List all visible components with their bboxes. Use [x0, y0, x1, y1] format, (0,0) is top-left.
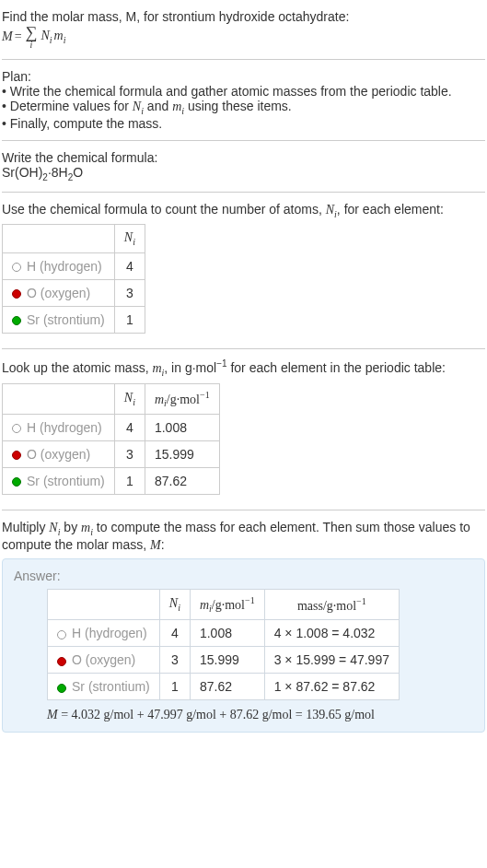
header-N-sym: N [169, 596, 178, 610]
count-cell: 1 [159, 674, 190, 700]
header-mi: mi/g·mol−1 [145, 383, 219, 414]
masses-table: Ni mi/g·mol−1 H (hydrogen) 4 1.008 O (ox… [2, 383, 220, 495]
element-dot-icon [57, 684, 66, 693]
header-m-sup: −1 [200, 390, 210, 400]
count-intro-N: Ni [326, 203, 337, 217]
empty-header [3, 383, 115, 414]
element-cell-h: H (hydrogen) [3, 415, 115, 441]
divider [2, 510, 485, 510]
count-table: Ni H (hydrogen) 4 O (oxygen) 3 Sr (stron… [2, 224, 145, 334]
element-sym: H [72, 626, 81, 640]
intro-line1: Find the molar mass, M, for strontium hy… [2, 9, 349, 24]
element-cell-sr: Sr (strontium) [3, 307, 115, 334]
compute-N: Ni [49, 521, 60, 534]
compute-intro: Multiply Ni by mi to compute the mass fo… [2, 520, 485, 553]
header-N-sym: N [124, 230, 133, 244]
formula-title: Write the chemical formula: [2, 150, 485, 165]
header-mass: mass/g·mol−1 [264, 589, 399, 619]
element-sym: Sr [27, 312, 40, 327]
element-sym: H [27, 420, 36, 435]
element-sym: Sr [72, 679, 85, 694]
divider [2, 140, 485, 141]
plan-title: Plan: [2, 69, 485, 84]
element-name: (oxygen) [37, 286, 90, 300]
mass-cell: 87.62 [145, 468, 219, 495]
eq-m-sub: i [64, 35, 66, 45]
plan-b2-m: mi [172, 100, 184, 113]
sum-symbol-wrap: ∑ i [26, 24, 38, 50]
calc-cell: 4 × 1.008 = 4.032 [264, 620, 399, 647]
header-m-unit: /g·mol [167, 392, 200, 405]
element-cell-sr: Sr (strontium) [3, 468, 115, 495]
count-section: Use the chemical formula to count the nu… [2, 196, 485, 346]
final-equation: M = 4.032 g/mol + 47.997 g/mol + 87.62 g… [47, 708, 473, 722]
count-cell: 1 [114, 307, 145, 334]
plan-b2-N: Ni [133, 100, 144, 113]
element-name: (oxygen) [82, 652, 135, 667]
eq-M: M [2, 29, 13, 44]
table-row: O (oxygen) 3 [3, 280, 145, 307]
table-row: H (hydrogen) 4 1.008 4 × 1.008 = 4.032 [48, 620, 400, 647]
formula-end: O [73, 165, 83, 180]
masses-intro-unit: , in g·mol−1 [164, 360, 226, 375]
count-intro-N-sym: N [326, 203, 334, 217]
element-name: (hydrogen) [36, 420, 102, 435]
formula-p1: Sr(OH) [2, 165, 42, 180]
header-Ni: Ni [159, 589, 190, 619]
plan-bullet-2: • Determine values for Ni and mi using t… [2, 99, 485, 116]
count-cell: 3 [114, 441, 145, 468]
plan-b2-m-sym: m [172, 100, 181, 113]
element-name: (strontium) [40, 312, 105, 327]
header-m-sup: −1 [245, 595, 255, 605]
plan-b2-a: • Determine values for [2, 99, 133, 113]
table-header-row: Ni [3, 225, 145, 253]
table-row: H (hydrogen) 4 [3, 253, 145, 280]
masses-intro-m-sym: m [152, 361, 161, 375]
element-sym: O [72, 652, 82, 667]
masses-intro-c: for each element in the periodic table: [227, 360, 446, 375]
element-name: (hydrogen) [81, 626, 147, 640]
eq-equals: = [15, 29, 22, 44]
masses-intro-sup: −1 [216, 358, 226, 369]
table-row: Sr (strontium) 1 87.62 [3, 468, 220, 495]
element-cell-sr: Sr (strontium) [48, 674, 160, 700]
calc-cell: 3 × 15.999 = 47.997 [264, 647, 399, 674]
header-N-sub: i [133, 237, 135, 247]
element-dot-icon [12, 263, 21, 272]
count-intro: Use the chemical formula to count the nu… [2, 202, 485, 219]
table-header-row: Ni mi/g·mol−1 [3, 383, 220, 414]
header-N-sub: i [133, 397, 135, 407]
count-cell: 4 [114, 253, 145, 280]
element-dot-icon [57, 657, 66, 666]
header-m-sym: m [155, 392, 164, 405]
compute-end: : [161, 537, 165, 552]
header-m-sym: m [200, 598, 209, 612]
mass-cell: 87.62 [190, 674, 264, 700]
molar-mass-equation: M = ∑ i Ni mi [2, 24, 485, 50]
element-cell-o: O (oxygen) [3, 441, 115, 468]
plan-section: Plan: • Write the chemical formula and g… [2, 64, 485, 136]
masses-intro: Look up the atomic mass, mi, in g·mol−1 … [2, 358, 485, 377]
table-row: Sr (strontium) 1 [3, 307, 145, 334]
formula-mid: ·8H [48, 165, 68, 180]
header-Ni: Ni [114, 383, 145, 414]
header-N-sub: i [178, 603, 180, 613]
empty-header [48, 589, 160, 619]
intro-section: Find the molar mass, M, for strontium hy… [2, 4, 485, 55]
mass-cell: 1.008 [145, 415, 219, 441]
divider [2, 348, 485, 349]
compute-mid: by [60, 520, 81, 534]
header-mi: mi/g·mol−1 [190, 589, 264, 619]
mass-cell: 15.999 [145, 441, 219, 468]
table-row: O (oxygen) 3 15.999 3 × 15.999 = 47.997 [48, 647, 400, 674]
compute-section: Multiply Ni by mi to compute the mass fo… [2, 514, 485, 738]
count-cell: 3 [159, 647, 190, 674]
final-M: M [47, 708, 58, 721]
count-cell: 4 [114, 415, 145, 441]
calc-cell: 1 × 87.62 = 87.62 [264, 674, 399, 700]
masses-section: Look up the atomic mass, mi, in g·mol−1 … [2, 353, 485, 506]
element-cell-o: O (oxygen) [48, 647, 160, 674]
element-name: (strontium) [85, 679, 150, 694]
element-dot-icon [57, 630, 66, 639]
plan-bullet-3: • Finally, compute the mass. [2, 116, 485, 131]
